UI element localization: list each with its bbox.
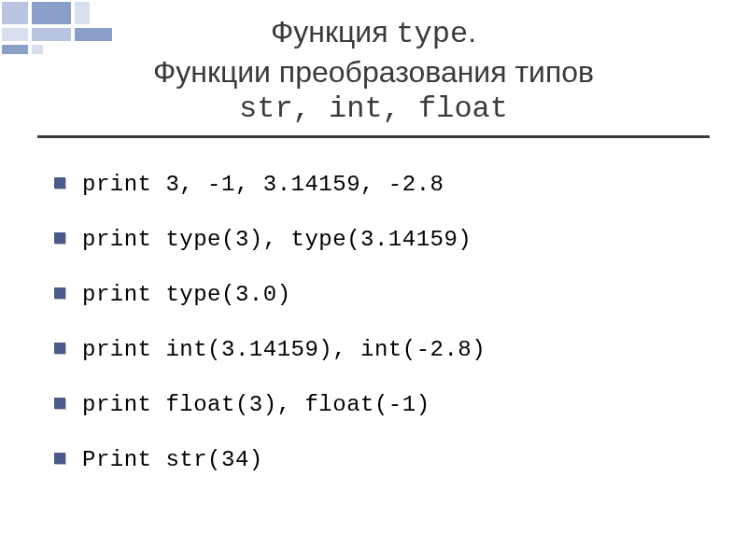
- decor-block: [32, 2, 71, 24]
- title-text: Функция: [271, 15, 396, 49]
- title-mono: type: [396, 17, 468, 51]
- list-item: print float(3), float(-1): [54, 392, 693, 417]
- decor-block: [2, 28, 28, 41]
- decor-block: [75, 2, 90, 24]
- decor-block: [75, 28, 112, 41]
- decor-block: [32, 28, 71, 41]
- decor-block: [2, 2, 28, 24]
- title-suffix: .: [468, 15, 476, 49]
- decor-block: [2, 45, 28, 54]
- decor-block: [32, 45, 43, 54]
- corner-decoration: [0, 0, 131, 65]
- title-line-3: str, int, float: [0, 91, 747, 128]
- list-item: print int(3.14159), int(-2.8): [54, 337, 693, 362]
- list-item: print 3, -1, 3.14159, -2.8: [54, 172, 693, 197]
- list-item: print type(3), type(3.14159): [54, 227, 693, 252]
- list-item: print type(3.0): [54, 282, 693, 307]
- bullet-list: print 3, -1, 3.14159, -2.8 print type(3)…: [54, 172, 693, 472]
- slide-content: print 3, -1, 3.14159, -2.8 print type(3)…: [0, 138, 747, 472]
- list-item: Print str(34): [54, 447, 693, 472]
